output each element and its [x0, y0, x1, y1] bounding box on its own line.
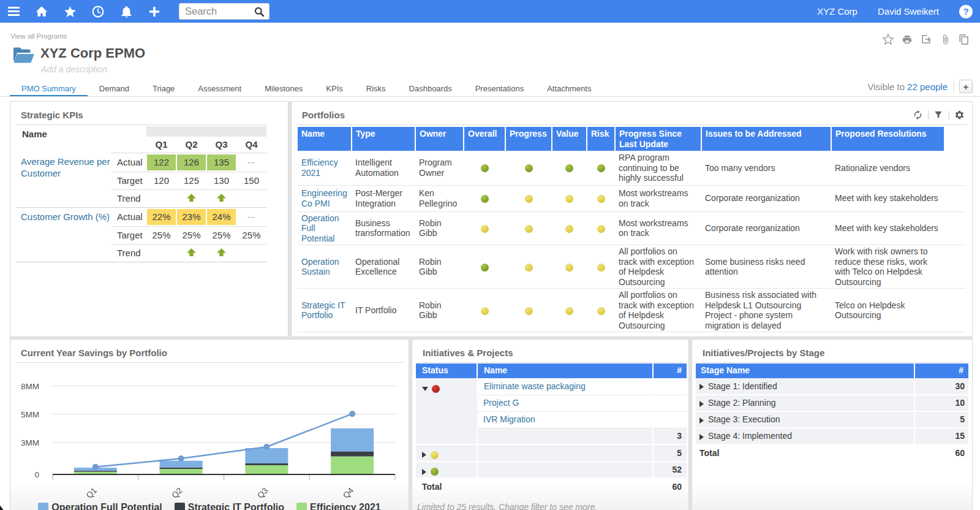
column-header[interactable]: Type [352, 127, 415, 151]
portfolio-name-link[interactable]: Operation Full Potential [298, 211, 352, 245]
column-header[interactable]: Progress [505, 127, 552, 151]
collapse-triangle-icon[interactable] [422, 387, 428, 391]
column-header[interactable]: Name [298, 127, 352, 151]
kpi-name-link[interactable]: Customer Growth (%) [15, 207, 111, 262]
breadcrumb[interactable]: View all Programs [10, 32, 67, 40]
portfolio-name-link[interactable]: Efficiency 2021 [298, 151, 352, 185]
user-menu[interactable]: David Sweikert [878, 6, 939, 17]
portfolio-owner: Robin Gibb [415, 245, 464, 289]
value-status-dot [565, 307, 573, 315]
portfolio-name-link[interactable]: Engineering Co PMI [298, 185, 352, 211]
kpi-target-value: 25% [146, 226, 176, 244]
stage-name: Stage 3: Execution [696, 411, 914, 428]
filter-icon[interactable] [933, 110, 944, 120]
settings-gear-icon[interactable] [954, 110, 965, 120]
portfolio-row: Operation Full Potential Business transf… [298, 211, 966, 245]
stage-count: 15 [914, 428, 968, 444]
portfolio-name-link[interactable]: Operation Sustain [298, 245, 352, 289]
kpi-name-link[interactable]: Average Revenue per Customer [15, 153, 111, 207]
column-header[interactable]: Stage Name [696, 363, 914, 378]
column-header[interactable]: Issues to be Addressed [701, 127, 831, 151]
page-title: XYZ Corp EPMO [40, 45, 145, 61]
kpi-actual-value: 126 [177, 154, 206, 170]
account-menu[interactable]: XYZ Corp [817, 6, 858, 17]
tab-demand[interactable]: Demand [88, 80, 141, 97]
initiative-name-link[interactable]: Project G [477, 395, 653, 411]
export-icon[interactable] [921, 34, 932, 45]
search-icon[interactable] [254, 7, 265, 20]
portfolio-resolutions: Meet with key stakeholders [831, 211, 944, 245]
value-status-dot [565, 195, 573, 203]
portfolio-progress-update: All portfolios on track with exception o… [615, 289, 701, 332]
tab-presentations[interactable]: Presentations [464, 80, 536, 97]
favorite-star-icon[interactable] [883, 34, 894, 45]
visible-people-link[interactable]: 22 people [907, 82, 948, 92]
svg-text:Q4: Q4 [341, 485, 356, 500]
portfolio-owner: Program Owner [415, 151, 464, 185]
top-navigation-bar: XYZ Corp David Sweikert ? [0, 0, 980, 23]
svg-text:8MM: 8MM [21, 382, 39, 391]
tab-attachments[interactable]: Attachments [535, 80, 603, 97]
description-placeholder[interactable]: Add a description [41, 64, 107, 74]
initiative-row: Eliminate waste packaging [416, 378, 687, 395]
tab-assessment[interactable]: Assessment [186, 80, 253, 97]
value-status-dot [565, 264, 573, 272]
portfolio-owner: Ken Pellegrino [415, 185, 464, 211]
risk-status-dot [597, 195, 605, 203]
portfolio-type: IT Portfolio [352, 289, 415, 332]
overall-status-dot [481, 195, 489, 203]
portfolios-table: Name Type Owner Overall Progress Value R… [298, 127, 966, 332]
tab-triage[interactable]: Triage [141, 80, 186, 97]
column-header[interactable]: Owner [415, 127, 464, 151]
svg-text:Q1: Q1 [85, 486, 99, 500]
attachment-paperclip-icon[interactable] [940, 34, 951, 45]
tab-pmo-summary[interactable]: PMO Summary [10, 80, 88, 97]
copy-icon[interactable] [959, 34, 970, 45]
menu-icon[interactable] [7, 6, 20, 18]
notifications-bell-icon[interactable] [120, 6, 132, 18]
home-icon[interactable] [36, 6, 48, 18]
tab-risks[interactable]: Risks [355, 80, 398, 97]
column-header[interactable]: Status [416, 363, 477, 378]
progress-status-dot [525, 307, 533, 315]
column-header[interactable]: Overall [464, 127, 505, 151]
expand-triangle-icon[interactable] [699, 417, 704, 424]
expand-triangle-icon[interactable] [699, 434, 704, 440]
history-clock-icon[interactable] [92, 6, 104, 18]
portfolio-row: Engineering Co PMI Post-Merger Integrati… [298, 185, 966, 211]
value-status-dot [565, 225, 573, 233]
initiative-name-link[interactable]: Eliminate waste packaging [477, 378, 653, 395]
column-header[interactable]: Risk [587, 127, 615, 151]
column-header[interactable]: Proposed Resolutions [831, 127, 944, 151]
help-icon[interactable]: ? [959, 5, 973, 18]
expand-triangle-icon[interactable] [699, 401, 704, 407]
portfolio-name-link[interactable]: Strategic IT Portfolio [298, 289, 352, 332]
topbar-nav-icons [0, 6, 168, 18]
expand-triangle-icon[interactable] [422, 452, 426, 458]
expand-triangle-icon[interactable] [422, 469, 426, 475]
svg-text:Q3: Q3 [255, 486, 270, 500]
portfolio-issues: Too many vendors [701, 151, 831, 185]
column-header[interactable]: Progress Since Last Update [615, 127, 701, 151]
stage-name: Stage 4: Implemented [696, 428, 914, 444]
initiatives-table: Status Name # Eliminate waste packaging … [416, 363, 687, 495]
group-count: 5 [653, 444, 687, 462]
risk-status-dot [597, 225, 605, 233]
initiative-name-link[interactable]: IVR Migration [477, 411, 653, 428]
refresh-icon[interactable] [913, 110, 923, 120]
column-header[interactable]: Name [477, 363, 653, 378]
expand-triangle-icon[interactable] [699, 384, 704, 390]
add-tab-button[interactable]: + [959, 80, 973, 93]
favorites-star-icon[interactable] [64, 6, 76, 18]
add-plus-icon[interactable] [148, 6, 160, 18]
status-group-cell [416, 444, 477, 462]
column-header[interactable]: # [653, 363, 687, 378]
column-header[interactable]: # [914, 363, 968, 378]
print-icon[interactable] [902, 34, 913, 45]
search-input[interactable] [179, 4, 248, 19]
tab-milestones[interactable]: Milestones [253, 80, 314, 97]
tab-dashboards[interactable]: Dashboards [398, 80, 464, 97]
column-header[interactable]: Value [552, 127, 587, 151]
portfolio-resolutions: Work with risk owners to reduce these ri… [831, 245, 944, 289]
tab-kpis[interactable]: KPIs [314, 80, 354, 97]
